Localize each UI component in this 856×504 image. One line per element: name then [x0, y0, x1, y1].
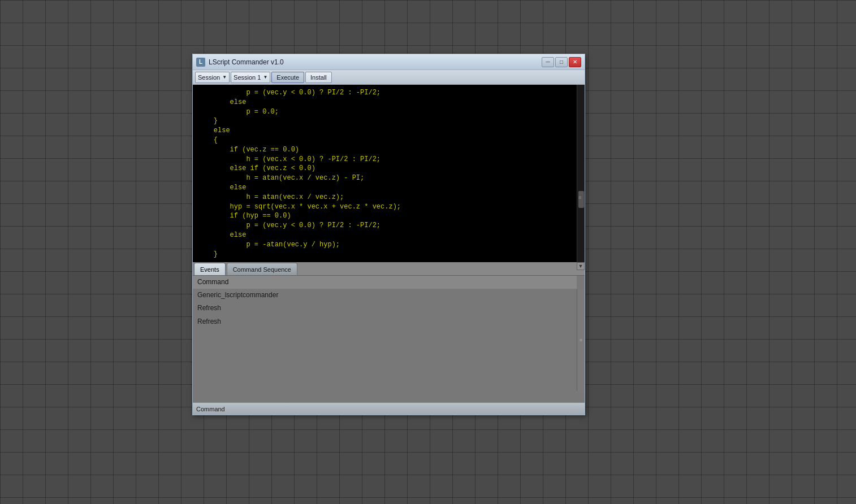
code-text: p = (vec.y < 0.0) ? PI/2 : -PI/2; else p…	[197, 88, 572, 262]
title-bar-buttons: ─ □ ✕	[542, 57, 581, 67]
code-content: p = (vec.y < 0.0) ? PI/2 : -PI/2; else p…	[193, 85, 577, 262]
minimize-button[interactable]: ─	[542, 57, 554, 67]
events-panel: ▼ Events Command Sequence Command Generi…	[193, 262, 585, 415]
install-button[interactable]: Install	[305, 72, 332, 83]
events-header: Command	[193, 276, 577, 289]
events-scroll-dots: ≡	[580, 337, 582, 343]
scrollbar-dots: ≡	[578, 195, 582, 201]
events-list-container: Command Generic_lscriptcommander Refresh…	[193, 276, 585, 402]
command-bar: Command	[193, 402, 585, 415]
event-item-1[interactable]: Refresh	[193, 302, 577, 315]
session1-dropdown-arrow: ▼	[263, 75, 267, 80]
tabs-bar: Events Command Sequence	[193, 262, 585, 276]
maximize-button[interactable]: □	[555, 57, 568, 67]
tab-command-sequence[interactable]: Command Sequence	[227, 263, 297, 275]
session-dropdown-arrow: ▼	[222, 75, 227, 80]
main-window: L LScript Commander v1.0 ─ □ ✕ Session ▼…	[192, 54, 585, 415]
command-label: Command	[196, 406, 225, 412]
code-scrollbar[interactable]: ≡	[577, 85, 585, 262]
event-item-0[interactable]: Generic_lscriptcommander	[193, 289, 577, 302]
session-label: Session	[198, 74, 220, 81]
close-button[interactable]: ✕	[569, 57, 581, 67]
session1-label: Session 1	[234, 74, 261, 81]
session1-dropdown[interactable]: Session 1 ▼	[231, 72, 270, 83]
code-editor[interactable]: p = (vec.y < 0.0) ? PI/2 : -PI/2; else p…	[193, 85, 585, 262]
tab-events[interactable]: Events	[194, 263, 226, 275]
events-content: Command Generic_lscriptcommander Refresh…	[193, 276, 585, 402]
panel-scroll-button[interactable]: ▼	[577, 262, 585, 270]
event-item-2[interactable]: Refresh	[193, 315, 577, 328]
execute-button[interactable]: Execute	[271, 72, 304, 83]
title-bar: L LScript Commander v1.0 ─ □ ✕	[193, 54, 585, 70]
window-icon: L	[196, 58, 205, 67]
session-dropdown[interactable]: Session ▼	[195, 72, 230, 83]
toolbar: Session ▼ Session 1 ▼ Execute Install	[193, 70, 585, 85]
events-scroll-track[interactable]: ≡	[577, 289, 585, 391]
window-title: LScript Commander v1.0	[209, 58, 542, 66]
events-scrollbar[interactable]: ≡	[577, 289, 585, 391]
scrollbar-track[interactable]: ≡	[577, 85, 585, 262]
